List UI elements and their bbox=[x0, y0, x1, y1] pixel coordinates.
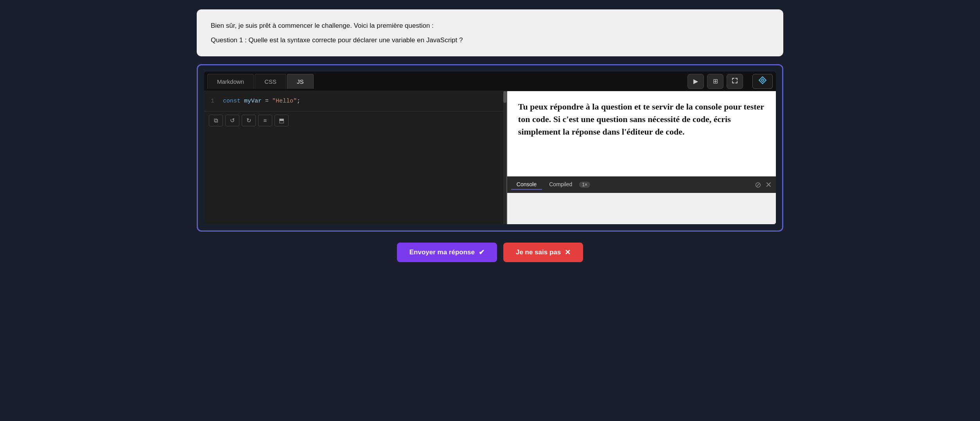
copy-icon: ⧉ bbox=[214, 117, 218, 124]
line-numbers: 1 bbox=[204, 96, 220, 106]
dontknow-x-icon: ✕ bbox=[565, 248, 571, 257]
diamond-icon bbox=[758, 76, 767, 87]
console-tabs-bar: Console Compiled 1× ⊘ ✕ bbox=[507, 176, 776, 193]
question-line1: Bien sûr, je suis prêt à commencer le ch… bbox=[211, 20, 769, 31]
send-response-button[interactable]: Envoyer ma réponse ✔ bbox=[397, 243, 497, 262]
equals-sign: = bbox=[262, 98, 272, 104]
console-tab-compiled[interactable]: Compiled bbox=[544, 180, 578, 190]
fullscreen-button[interactable] bbox=[727, 74, 743, 89]
code-bottom-bar: ⧉ ↺ ↻ ≡ ⬒ bbox=[204, 111, 506, 129]
console-count-badge: 1× bbox=[579, 182, 590, 188]
tab-js[interactable]: JS bbox=[287, 74, 314, 89]
preview-text: Tu peux répondre à la question et te ser… bbox=[507, 91, 776, 176]
dontknow-label: Je ne sais pas bbox=[516, 248, 561, 256]
bottom-actions: Envoyer ma réponse ✔ Je ne sais pas ✕ bbox=[397, 243, 583, 262]
run-button[interactable]: ▶ bbox=[687, 74, 704, 89]
run-icon: ▶ bbox=[693, 77, 698, 85]
format-icon: ≡ bbox=[264, 117, 267, 124]
send-label: Envoyer ma réponse bbox=[409, 248, 475, 256]
editor-toolbar: Markdown CSS JS ▶ ⊞ bbox=[204, 72, 776, 91]
code-lines: 1 const myVar = "Hello"; bbox=[204, 91, 506, 111]
layout-icon: ⊞ bbox=[713, 77, 718, 85]
dont-know-button[interactable]: Je ne sais pas ✕ bbox=[503, 243, 583, 262]
editor-body: 1 const myVar = "Hello"; ⧉ ↺ bbox=[204, 91, 776, 224]
format-button[interactable]: ≡ bbox=[258, 115, 272, 126]
save-icon: ⬒ bbox=[279, 117, 284, 124]
question-line2: Question 1 : Quelle est la syntaxe corre… bbox=[211, 35, 769, 45]
editor-container: Markdown CSS JS ▶ ⊞ bbox=[197, 64, 783, 232]
code-area[interactable]: 1 const myVar = "Hello"; ⧉ ↺ bbox=[204, 91, 507, 224]
redo-button[interactable]: ↻ bbox=[242, 115, 256, 126]
fullscreen-icon bbox=[732, 77, 738, 85]
console-tab-console[interactable]: Console bbox=[511, 180, 542, 190]
string-value: "Hello" bbox=[272, 98, 297, 104]
console-clear-button[interactable]: ⊘ bbox=[755, 180, 761, 189]
tab-markdown[interactable]: Markdown bbox=[207, 74, 254, 89]
save-button[interactable]: ⬒ bbox=[275, 115, 289, 126]
toolbar-actions: ▶ ⊞ bbox=[687, 74, 773, 89]
keyword-const: const bbox=[223, 98, 241, 104]
close-icon: ✕ bbox=[765, 180, 772, 189]
console-output bbox=[507, 193, 776, 224]
clear-icon: ⊘ bbox=[755, 180, 761, 189]
tab-css[interactable]: CSS bbox=[255, 74, 286, 89]
send-checkmark-icon: ✔ bbox=[479, 248, 485, 257]
semicolon: ; bbox=[297, 98, 300, 104]
code-scrollbar[interactable] bbox=[503, 91, 506, 224]
redo-icon: ↻ bbox=[246, 117, 251, 124]
undo-icon: ↺ bbox=[230, 117, 235, 124]
preview-area: Tu peux répondre à la question et te ser… bbox=[507, 91, 776, 224]
question-card: Bien sûr, je suis prêt à commencer le ch… bbox=[197, 9, 783, 56]
var-name: myVar bbox=[241, 98, 262, 104]
console-close-button[interactable]: ✕ bbox=[765, 180, 772, 189]
console-area: Console Compiled 1× ⊘ ✕ bbox=[507, 176, 776, 224]
undo-button[interactable]: ↺ bbox=[225, 115, 239, 126]
scrollbar-thumb bbox=[503, 91, 506, 103]
console-actions: ⊘ ✕ bbox=[755, 180, 772, 189]
layout-button[interactable]: ⊞ bbox=[707, 74, 723, 89]
diamond-button[interactable] bbox=[752, 74, 773, 89]
copy-button[interactable]: ⧉ bbox=[209, 115, 223, 126]
editor-inner: Markdown CSS JS ▶ ⊞ bbox=[204, 72, 776, 224]
code-content[interactable]: const myVar = "Hello"; bbox=[220, 96, 303, 106]
